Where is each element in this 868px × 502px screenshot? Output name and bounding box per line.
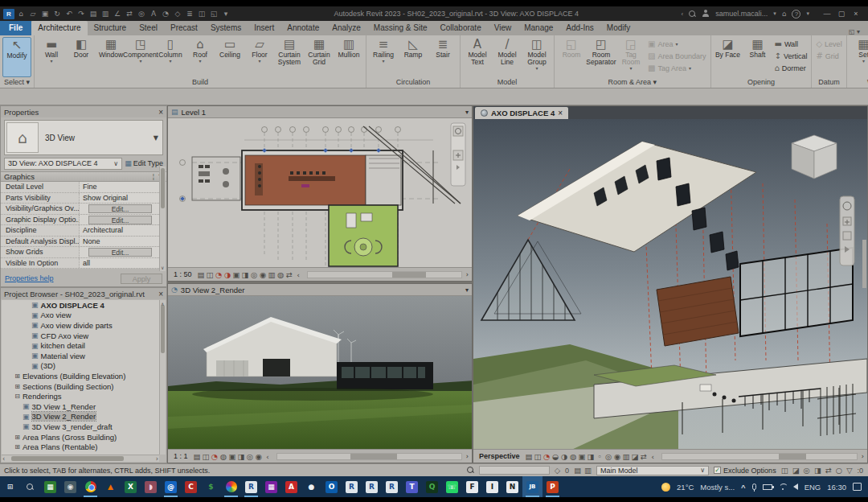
tray-chevron-icon[interactable]: ^ (741, 483, 746, 492)
tab-structure[interactable]: Structure (88, 21, 133, 35)
crop-view-icon[interactable]: ▣ (228, 452, 237, 461)
axo-scroll-right-icon[interactable]: › (862, 453, 864, 460)
door-button[interactable]: ◧Door (67, 37, 96, 77)
pin-icon[interactable]: ¦ (153, 173, 155, 180)
dropdown-arrow-icon[interactable]: ▾ (258, 59, 260, 63)
lock-orientation-icon[interactable]: ◦ (596, 452, 604, 461)
visual-style-icon[interactable]: ◫ (202, 452, 211, 461)
app-i-tile[interactable]: I (482, 476, 502, 497)
action-center-icon[interactable] (853, 483, 862, 491)
shadows-icon[interactable]: ◑ (560, 452, 569, 461)
save-icon[interactable]: ▣ (39, 8, 51, 19)
design-option-arrow-icon[interactable]: ∨ (700, 467, 705, 474)
revit-logo[interactable]: R (3, 9, 14, 19)
revit-4[interactable]: R (382, 476, 402, 497)
vertical-button[interactable]: ↕Vertical (773, 51, 809, 61)
wall-button[interactable]: ▬Wall▾ (37, 37, 66, 77)
tree-item-axo-view[interactable]: ▣Axo view (2, 311, 159, 321)
reveal-constraints-icon[interactable]: ⇄ (285, 270, 294, 279)
detail-level-icon[interactable]: ▤ (197, 270, 206, 279)
detail-level-icon[interactable]: ▤ (525, 452, 534, 461)
instance-selector-arrow-icon[interactable]: ∨ (113, 160, 118, 167)
select-pinned-icon[interactable]: ◎ (804, 466, 810, 475)
weather-temp[interactable]: 21°C (677, 483, 694, 492)
sun-path-icon[interactable]: ◔ (542, 452, 551, 461)
tree-item-axo-displace-4[interactable]: ▣AXO DISPLACE 4 (2, 300, 159, 311)
teams[interactable]: T (402, 476, 422, 497)
app-finance[interactable]: $ (201, 476, 221, 497)
undo-icon[interactable]: ↶ (63, 8, 75, 19)
user-menu-arrow-icon[interactable]: ▾ (773, 10, 776, 17)
temporary-view-properties-icon[interactable]: ▥ (622, 452, 631, 461)
curtain-grid-button[interactable]: ▦Curtain Grid (305, 37, 334, 77)
select-underlay-icon[interactable]: ◪ (792, 466, 800, 475)
temporary-view-properties-icon[interactable]: ▥ (268, 270, 276, 279)
instance-selector[interactable]: 3D View: AXO DISPLACE 4 ∨ (4, 158, 122, 170)
tab-analyze[interactable]: Analyze (326, 21, 367, 35)
axo-canvas[interactable] (473, 119, 867, 449)
railing-button[interactable]: ≡Railing▾ (369, 37, 398, 77)
tab-manage[interactable]: Manage (518, 21, 559, 35)
tab-architecture[interactable]: Architecture (31, 21, 87, 35)
drag-on-selection-icon[interactable]: ⇄ (825, 466, 832, 475)
crop-region-icon[interactable]: ◨ (241, 270, 250, 279)
plan-scale-button[interactable]: 1 : 50 (171, 270, 194, 278)
render-view-titlebar[interactable]: ◔ 3D View 2_Render ▾ (168, 284, 472, 296)
tree-item-kitchen-detail[interactable]: ▣kitchen detail (2, 340, 159, 351)
weather-icon[interactable] (661, 483, 670, 492)
sync-with-central-icon[interactable]: ↻ (51, 8, 63, 19)
panel-label-room-area[interactable]: Room & Area ▾ (555, 77, 710, 88)
restore-button[interactable]: ▢ (834, 8, 849, 19)
tree-item-3d[interactable]: ▣(3D) (2, 361, 159, 372)
tab-file[interactable]: File (0, 21, 31, 35)
redo-icon[interactable]: ↷ (76, 8, 87, 19)
revit-1[interactable]: R (241, 476, 261, 497)
axo-hscrollbar[interactable] (661, 453, 858, 460)
help-icon[interactable]: ? (792, 10, 800, 19)
tab-add-ins[interactable]: Add-Ins (559, 21, 600, 35)
by-face-button[interactable]: ◪By Face (714, 37, 743, 77)
expand-icon[interactable]: ⊞ (14, 434, 21, 441)
tree-item-sections-building-section[interactable]: ⊞Sections (Building Section) (2, 381, 159, 392)
model-text-button[interactable]: AModel Text (463, 37, 492, 77)
project-browser-hscrollbar[interactable]: ‹ › (2, 455, 159, 462)
axo-tab-close-icon[interactable]: × (558, 109, 563, 117)
render-dialog-icon[interactable]: ◍ (219, 452, 228, 461)
collapse-icon[interactable]: ‹ (264, 452, 272, 461)
tab-modify[interactable]: Modify (600, 21, 637, 35)
align-dimension-icon[interactable]: ⇄ (124, 8, 135, 19)
mullion-button[interactable]: ▥Mullion (334, 37, 363, 77)
properties-scrollbar[interactable]: ∨ (159, 167, 166, 271)
search-button[interactable] (20, 476, 40, 497)
close-button[interactable]: × (849, 8, 863, 19)
tree-item-area-plans-gross-building[interactable]: ⊞Area Plans (Gross Building) (2, 432, 159, 442)
tab-precast[interactable]: Precast (164, 21, 204, 35)
measure-icon[interactable]: ∠ (112, 8, 123, 19)
signed-in-user[interactable]: samuel.macali... (715, 10, 768, 18)
expand-icon[interactable]: ⊞ (14, 443, 21, 451)
reveal-constraints-icon[interactable]: ⇄ (640, 452, 649, 461)
tree-item-elevations-building-elevation[interactable]: ⊞Elevations (Building Elevation) (2, 371, 159, 381)
clock[interactable]: 16:30 (827, 483, 846, 492)
project-browser-close-icon[interactable]: × (158, 290, 163, 298)
visual-style-icon[interactable]: ◫ (534, 452, 542, 461)
start-button[interactable]: ⊞ (0, 476, 20, 497)
design-options-icon[interactable]: ▥ (584, 466, 592, 475)
sun-path-icon[interactable]: ◔ (211, 452, 219, 461)
visual-style-icon[interactable]: ◫ (206, 270, 215, 279)
sun-settings-icon[interactable]: ◒ (551, 452, 560, 461)
modify-button[interactable]: ↖Modify (2, 37, 31, 77)
temporary-hide-icon[interactable]: ◎ (246, 452, 255, 461)
shaft-button[interactable]: ▦Shaft (743, 37, 772, 77)
shadows-icon[interactable]: ◑ (223, 270, 232, 279)
minimize-button[interactable]: — (820, 8, 834, 19)
plan-hscrollbar[interactable] (307, 271, 462, 278)
area-boundary-button[interactable]: ▨Area Boundary (646, 51, 708, 61)
search-icon[interactable] (689, 10, 696, 18)
dropdown-arrow-icon[interactable]: ▾ (675, 41, 678, 47)
crop-region-icon[interactable]: ◨ (587, 452, 596, 461)
crop-region-icon[interactable]: ◨ (237, 452, 246, 461)
render-scale-button[interactable]: 1 : 1 (171, 452, 190, 460)
properties-close-icon[interactable]: × (158, 108, 163, 117)
app-white-circle[interactable]: ● (301, 476, 321, 497)
